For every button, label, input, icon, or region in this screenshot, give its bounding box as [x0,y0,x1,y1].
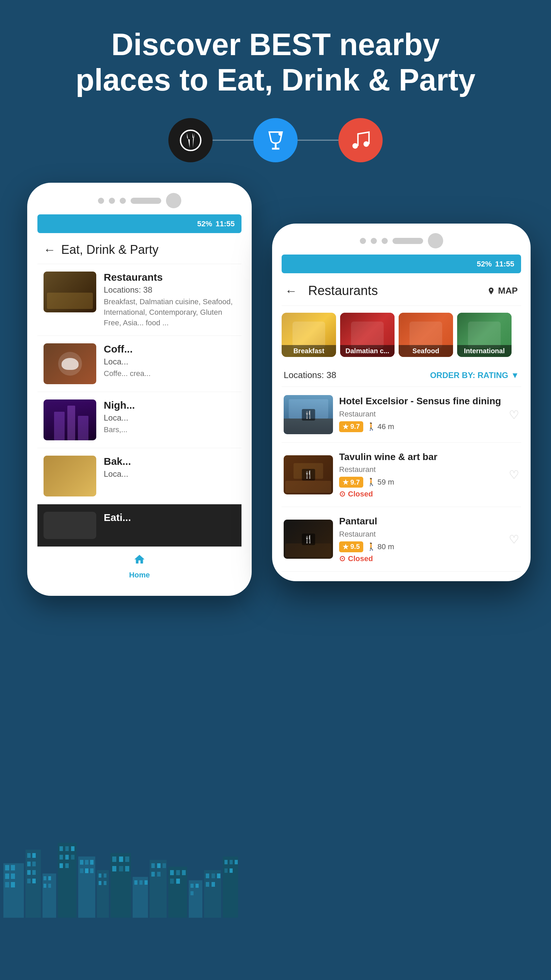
loc-nightlife: Loca... [104,413,235,423]
svg-rect-81 [223,856,238,918]
excelsior-rating-val: 9.7 [350,423,360,430]
heart-pantarul[interactable]: ♡ [509,533,519,546]
list-item-eating[interactable]: Eati... [37,504,241,547]
pantarul-info: Pantarul Restaurant ★ 9.5 🚶 80 m ⊙ Close… [339,515,505,563]
status-battery-back: 52% [197,220,212,228]
svg-rect-23 [43,876,46,880]
list-item-coffee[interactable]: Coff... Loca... Coffe... crea... [37,336,241,392]
thumb-coffee [43,343,96,384]
heart-excelsior[interactable]: ♡ [509,408,519,422]
svg-rect-70 [176,878,180,884]
svg-rect-40 [80,869,83,873]
svg-rect-31 [60,855,63,859]
nav-home-label: Home [129,571,150,579]
tavulin-star-badge: ★ 9.7 [339,477,363,488]
svg-rect-9 [5,873,9,879]
svg-rect-72 [191,884,194,888]
cutlery-icon-pantarul: 🍴 [302,533,315,545]
name-bakery: Bak... [104,456,235,467]
svg-rect-61 [157,863,160,868]
notch-camera [166,193,181,208]
chip-seafood[interactable]: Seafood [399,313,453,357]
back-arrow-back[interactable]: ← [43,243,56,257]
pantarul-closed-label: Closed [348,554,373,563]
music-icon-circle [338,118,383,162]
restaurant-card-tavulin[interactable]: 🍴 Tavulin wine & art bar Restaurant ★ 9.… [282,443,521,507]
walk-icon-tavulin: 🚶 [367,478,376,487]
svg-rect-73 [195,884,198,888]
svg-rect-82 [224,860,227,864]
chip-dalmatian[interactable]: Dalmatian c... [340,313,395,357]
front-app-header: ← Restaurants MAP [282,276,521,306]
excelsior-icon-wrap: 🍴 [284,395,333,434]
back-app-header: ← Eat, Drink & Party [37,236,241,264]
tavulin-closed: ⊙ Closed [339,490,505,498]
loc-restaurants: Locations: 38 [104,285,235,295]
svg-rect-77 [211,873,215,878]
star-icon-excelsior: ★ [343,423,349,431]
svg-rect-38 [85,860,89,865]
chip-dalmatian-label: Dalmatian c... [340,345,395,357]
svg-rect-15 [32,853,36,858]
svg-rect-53 [119,866,123,872]
restaurant-card-pantarul[interactable]: 🍴 Pantarul Restaurant ★ 9.5 🚶 80 m ⊙ [282,507,521,571]
info-coffee: Coff... Loca... Coffe... crea... [104,343,235,379]
cutlery-icon-excelsior: 🍴 [302,409,315,421]
pantarul-name: Pantarul [339,515,505,527]
star-icon-tavulin: ★ [343,478,349,486]
thumb-nightlife [43,399,96,440]
info-restaurants: Restaurants Locations: 38 Breakfast, Dal… [104,272,235,328]
svg-point-5 [363,141,369,147]
order-by-label: ORDER BY: RATING [430,371,508,380]
svg-rect-60 [151,863,155,868]
svg-rect-74 [191,891,194,895]
excelsior-info: Hotel Excelsior - Sensus fine dining Res… [339,395,505,434]
notch-dot-f1 [360,238,366,244]
pantarul-distance: 🚶 80 m [367,542,394,551]
chip-international[interactable]: International [457,313,511,357]
chip-breakfast[interactable]: Breakfast [282,313,336,357]
svg-rect-41 [85,869,89,873]
svg-rect-47 [104,881,106,885]
pantarul-star-badge: ★ 9.5 [339,541,363,552]
svg-rect-12 [11,882,15,888]
list-item-restaurants[interactable]: Restaurants Locations: 38 Breakfast, Dal… [37,264,241,336]
svg-rect-19 [32,870,36,875]
svg-rect-8 [11,865,15,870]
cutlery-icon-tavulin: 🍴 [302,469,315,480]
order-by-chevron: ▼ [511,371,519,380]
chip-seafood-label: Seafood [399,345,453,357]
svg-rect-50 [119,856,123,862]
list-item-bakery[interactable]: Bak... Loca... [37,448,241,504]
nav-home[interactable]: Home [129,553,150,579]
order-by-button[interactable]: ORDER BY: RATING ▼ [430,371,519,380]
info-bakery: Bak... Loca... [104,456,235,481]
bottom-nav: Home [37,547,241,585]
svg-rect-51 [125,856,129,862]
svg-rect-13 [25,850,41,918]
back-arrow-front[interactable]: ← [285,284,297,298]
list-item-nightlife[interactable]: Nigh... Loca... Bars,... [37,392,241,448]
svg-rect-80 [211,882,215,887]
svg-rect-57 [140,880,143,885]
restaurant-card-excelsior[interactable]: 🍴 Hotel Excelsior - Sensus fine dining R… [282,387,521,443]
svg-rect-59 [150,860,167,918]
phone-front: 52% 11:55 ← Restaurants MAP Breakfast [272,224,530,581]
svg-rect-35 [65,863,69,868]
heart-tavulin[interactable]: ♡ [509,468,519,482]
home-icon [133,553,146,569]
svg-rect-34 [60,863,63,868]
loc-coffee: Loca... [104,357,235,366]
svg-rect-52 [112,866,116,872]
svg-rect-67 [176,870,180,875]
svg-rect-42 [90,869,94,873]
svg-rect-33 [71,855,75,859]
notch-dot-3 [120,198,126,204]
svg-rect-37 [80,860,83,865]
svg-rect-83 [230,860,233,864]
svg-rect-48 [111,853,131,918]
thumb-eating [43,512,96,539]
city-skyline [0,822,551,931]
map-button[interactable]: MAP [487,285,518,296]
svg-rect-36 [78,856,95,918]
